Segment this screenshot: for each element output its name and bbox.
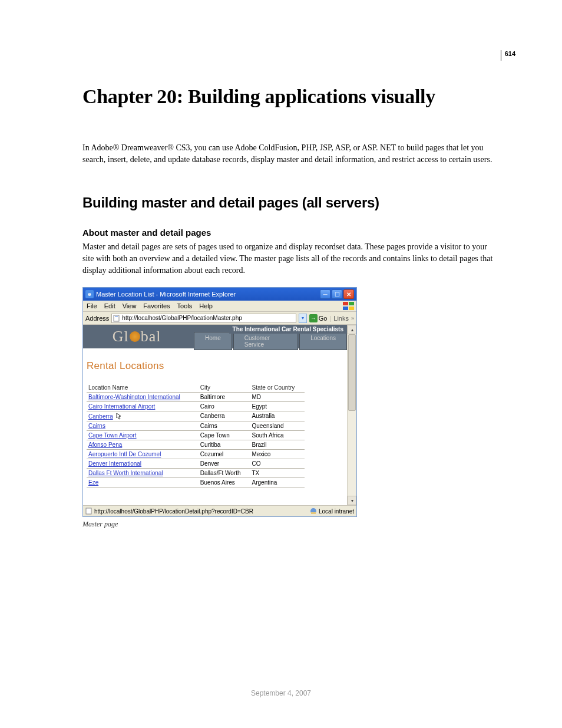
intro-paragraph: In Adobe® Dreamweaver® CS3, you can use … [82, 142, 495, 166]
cell-city: Canberra [199, 411, 250, 421]
intranet-icon [310, 508, 317, 515]
cell-city: Cairns [199, 421, 250, 430]
status-url: http://localhost/GlobalPHP/locationDetai… [94, 508, 253, 515]
minimize-button[interactable]: ─ [320, 289, 330, 299]
table-row: Afonso PenaCuritibaBrazil [87, 440, 305, 449]
cell-region: Argentina [250, 477, 305, 487]
location-link[interactable]: Aeropuerto Intl De Cozumel [88, 451, 161, 457]
address-url: http://localhost/GlobalPHP/locationMaste… [122, 315, 242, 321]
page-content: Chapter 20: Building applications visual… [82, 85, 495, 529]
ie-icon: e [85, 290, 94, 298]
cell-city: Curitiba [199, 440, 250, 449]
location-link[interactable]: Dallas Ft Worth International [88, 470, 163, 476]
table-row: Denver InternationalDenverCO [87, 459, 305, 468]
cell-region: TX [250, 468, 305, 477]
col-region: State or Country [250, 383, 305, 392]
cell-region: Egypt [250, 401, 305, 411]
table-row: CanberraCanberraAustralia [87, 411, 305, 421]
svg-rect-0 [114, 315, 119, 321]
links-button[interactable]: Links [333, 315, 349, 322]
window-titlebar: e Master Location List - Microsoft Inter… [83, 288, 356, 301]
svg-rect-1 [115, 317, 118, 317]
address-dropdown-icon[interactable]: ▾ [299, 314, 307, 323]
scroll-down-icon[interactable]: ▾ [348, 496, 356, 505]
menu-edit[interactable]: Edit [104, 302, 115, 309]
page-status-icon [85, 508, 92, 515]
site-tagline: The International Car Rental Specialists [229, 325, 347, 334]
table-row: Baltimore-Washington InternationalBaltim… [87, 392, 305, 401]
status-zone: Local intranet [319, 508, 354, 515]
table-row: EzeBuenos AiresArgentina [87, 477, 305, 487]
menu-file[interactable]: File [87, 302, 97, 309]
table-row: Dallas Ft Worth InternationalDallas/Ft W… [87, 468, 305, 477]
cell-region: Queensland [250, 421, 305, 430]
cursor-pointer-icon [114, 413, 123, 421]
menu-tools[interactable]: Tools [177, 302, 193, 309]
cell-city: Cozumel [199, 449, 250, 459]
menu-view[interactable]: View [123, 302, 137, 309]
cell-city: Denver [199, 459, 250, 468]
windows-logo-icon [342, 302, 354, 311]
window-title: Master Location List - Microsoft Interne… [96, 291, 236, 298]
scroll-up-icon[interactable]: ▴ [348, 325, 356, 334]
nav-locations[interactable]: Locations [299, 332, 347, 350]
go-button[interactable]: → Go [309, 314, 328, 322]
table-row: Cairo International AirportCairoEgypt [87, 401, 305, 411]
svg-rect-2 [86, 508, 91, 514]
logo-text-left: Gl [113, 328, 129, 345]
footer-date: September 4, 2007 [0, 689, 562, 697]
cell-region: Mexico [250, 449, 305, 459]
nav-customer-service[interactable]: Customer Service [233, 332, 298, 350]
location-link[interactable]: Denver International [88, 460, 141, 467]
location-link[interactable]: Canberra [88, 413, 113, 420]
table-row: CairnsCairnsQueensland [87, 421, 305, 430]
site-logo: Gl bal [113, 328, 161, 345]
col-location-name: Location Name [87, 383, 199, 392]
table-row: Cape Town AirportCape TownSouth Africa [87, 430, 305, 440]
sun-icon [130, 331, 140, 342]
menu-help[interactable]: Help [199, 302, 213, 309]
menu-bar: File Edit View Favorites Tools Help [83, 301, 356, 312]
figure-caption: Master page [82, 520, 495, 529]
go-arrow-icon: → [309, 314, 318, 322]
close-button[interactable]: ✕ [343, 289, 354, 299]
logo-text-right: bal [141, 328, 161, 345]
maximize-button[interactable]: ☐ [332, 289, 342, 299]
svg-rect-4 [311, 512, 316, 514]
section-heading: Building master and detail pages (all se… [82, 195, 495, 211]
browser-viewport: The International Car Rental Specialists… [83, 325, 356, 505]
table-header-row: Location Name City State or Country [87, 383, 305, 392]
col-city: City [199, 383, 250, 392]
go-label: Go [319, 315, 328, 322]
cell-region: MD [250, 392, 305, 401]
cell-region: South Africa [250, 430, 305, 440]
cell-city: Baltimore [199, 392, 250, 401]
location-link[interactable]: Eze [88, 479, 98, 486]
location-link[interactable]: Baltimore-Washington International [88, 394, 180, 400]
page-number: 614 [501, 50, 515, 61]
page-icon [113, 315, 120, 322]
chevron-right-icon[interactable]: » [351, 315, 354, 321]
page-heading: Rental Locations [87, 360, 343, 372]
cell-city: Buenos Aires [199, 477, 250, 487]
scrollbar-thumb[interactable] [348, 334, 356, 411]
nav-home[interactable]: Home [194, 332, 232, 350]
table-row: Aeropuerto Intl De CozumelCozumelMexico [87, 449, 305, 459]
cell-city: Dallas/Ft Worth [199, 468, 250, 477]
location-link[interactable]: Cairo International Airport [88, 403, 155, 410]
vertical-scrollbar[interactable]: ▴ ▾ [347, 325, 356, 505]
address-bar: Address http://localhost/GlobalPHP/locat… [83, 312, 356, 325]
location-link[interactable]: Afonso Pena [88, 442, 122, 448]
subsection-heading: About master and detail pages [82, 228, 495, 238]
menu-favorites[interactable]: Favorites [143, 302, 170, 309]
browser-screenshot: e Master Location List - Microsoft Inter… [82, 287, 357, 517]
cell-city: Cape Town [199, 430, 250, 440]
address-label: Address [85, 315, 109, 322]
locations-table: Location Name City State or Country Balt… [87, 383, 305, 487]
location-link[interactable]: Cape Town Airport [88, 432, 137, 439]
body-paragraph: Master and detail pages are sets of page… [82, 241, 495, 277]
address-input[interactable]: http://localhost/GlobalPHP/locationMaste… [111, 314, 296, 323]
location-link[interactable]: Cairns [88, 423, 105, 429]
status-bar: http://localhost/GlobalPHP/locationDetai… [83, 505, 356, 516]
cell-city: Cairo [199, 401, 250, 411]
